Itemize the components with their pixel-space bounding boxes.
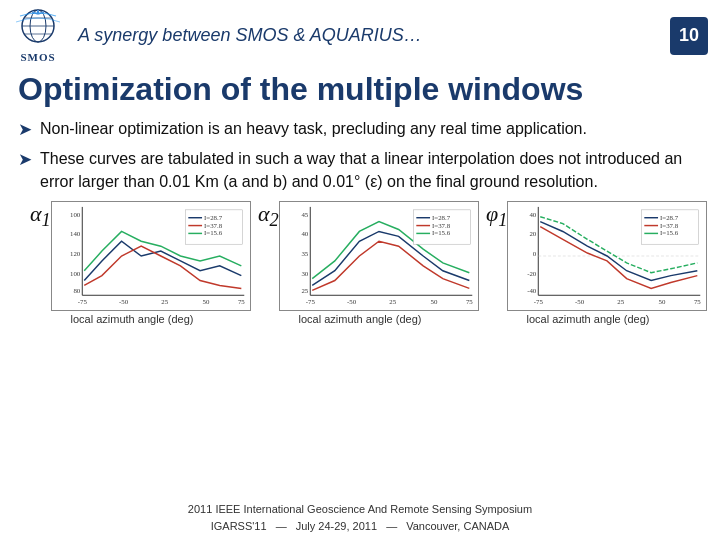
chart-2-wrapper: α2 45 40 35 30 25 -75 -50	[250, 201, 470, 311]
footer-line1: 2011 IEEE International Geoscience And R…	[0, 501, 720, 518]
footer-conference: IGARSS'11	[211, 520, 267, 532]
bullet-text-2: These curves are tabulated in such a way…	[40, 148, 702, 193]
svg-text:-75: -75	[305, 298, 315, 305]
page-title: Optimization of the multiple windows	[18, 71, 702, 108]
svg-text:-75: -75	[534, 298, 544, 305]
svg-text:25: 25	[618, 298, 625, 305]
svg-text:20: 20	[530, 230, 537, 237]
chart-3-xlabel: local azimuth angle (deg)	[527, 313, 650, 325]
chart-2-container: α2 45 40 35 30 25 -75 -50	[250, 201, 470, 325]
chart-1-xlabel: local azimuth angle (deg)	[71, 313, 194, 325]
chart-2-svg: 45 40 35 30 25 -75 -50 25 50 75	[279, 201, 479, 311]
svg-text:50: 50	[202, 298, 209, 305]
svg-text:50: 50	[430, 298, 437, 305]
footer-line2: IGARSS'11 — July 24-29, 2011 — Vancouver…	[0, 518, 720, 535]
chart-3-wrapper: φ1 40 20 0 -20 -40 -75 -50	[478, 201, 698, 311]
bullet-arrow-1: ➤	[18, 119, 32, 140]
footer-location: Vancouver, CANADA	[406, 520, 509, 532]
bullet-2: ➤ These curves are tabulated in such a w…	[18, 148, 702, 193]
chart-1-container: α1 100 140 120 100 80 -75 -50	[22, 201, 242, 325]
header: SMOS A synergy between SMOS & AQUARIUS… …	[0, 0, 720, 67]
charts-area: α1 100 140 120 100 80 -75 -50	[18, 201, 702, 325]
bullet-1: ➤ Non-linear optimization is an heavy ta…	[18, 118, 702, 140]
svg-text:35: 35	[301, 250, 308, 257]
footer-sep1: —	[276, 520, 287, 532]
chart-3-container: φ1 40 20 0 -20 -40 -75 -50	[478, 201, 698, 325]
svg-text:I=28.7: I=28.7	[432, 214, 451, 221]
svg-text:I=37.8: I=37.8	[432, 221, 451, 228]
svg-text:30: 30	[301, 270, 308, 277]
svg-text:25: 25	[161, 298, 168, 305]
svg-text:0: 0	[533, 250, 537, 257]
svg-text:I=15.6: I=15.6	[432, 229, 451, 236]
svg-text:25: 25	[389, 298, 396, 305]
svg-text:I=28.7: I=28.7	[204, 214, 223, 221]
footer-date: July 24-29, 2011	[296, 520, 377, 532]
chart-2-symbol: α2	[258, 201, 279, 231]
svg-text:80: 80	[73, 287, 80, 294]
smos-logo	[12, 8, 64, 50]
chart-3-svg: 40 20 0 -20 -40 -75 -50 25 50 75	[507, 201, 707, 311]
svg-text:I=15.6: I=15.6	[204, 229, 223, 236]
svg-text:75: 75	[694, 298, 701, 305]
footer: 2011 IEEE International Geoscience And R…	[0, 501, 720, 534]
chart-1-symbol: α1	[30, 201, 51, 231]
svg-text:100: 100	[70, 270, 81, 277]
svg-text:I=28.7: I=28.7	[660, 214, 679, 221]
svg-text:45: 45	[301, 211, 308, 218]
chart-2-xlabel: local azimuth angle (deg)	[299, 313, 422, 325]
svg-text:40: 40	[301, 230, 308, 237]
svg-text:100: 100	[70, 211, 81, 218]
bullet-arrow-2: ➤	[18, 149, 32, 170]
chart-1-svg: 100 140 120 100 80 -75 -50 25 50 75	[51, 201, 251, 311]
svg-text:-75: -75	[77, 298, 87, 305]
svg-text:75: 75	[466, 298, 473, 305]
logo-area: SMOS	[12, 8, 64, 63]
svg-text:-50: -50	[347, 298, 357, 305]
svg-text:I=37.8: I=37.8	[204, 221, 223, 228]
svg-text:140: 140	[70, 230, 81, 237]
smos-label: SMOS	[20, 51, 55, 63]
svg-text:120: 120	[70, 250, 81, 257]
footer-sep2: —	[386, 520, 397, 532]
svg-text:-50: -50	[575, 298, 585, 305]
main-content: Optimization of the multiple windows ➤ N…	[0, 67, 720, 329]
header-title: A synergy between SMOS & AQUARIUS…	[78, 25, 660, 46]
svg-text:75: 75	[238, 298, 245, 305]
svg-text:I=37.8: I=37.8	[660, 221, 679, 228]
bullet-text-1: Non-linear optimization is an heavy task…	[40, 118, 587, 140]
slide-number: 10	[670, 17, 708, 55]
svg-text:50: 50	[659, 298, 666, 305]
svg-text:-40: -40	[527, 287, 537, 294]
svg-text:40: 40	[530, 211, 537, 218]
svg-text:25: 25	[301, 287, 308, 294]
chart-3-symbol: φ1	[486, 201, 507, 231]
svg-text:I=15.6: I=15.6	[660, 229, 679, 236]
chart-1-wrapper: α1 100 140 120 100 80 -75 -50	[22, 201, 242, 311]
svg-text:-50: -50	[119, 298, 129, 305]
svg-text:-20: -20	[527, 270, 537, 277]
